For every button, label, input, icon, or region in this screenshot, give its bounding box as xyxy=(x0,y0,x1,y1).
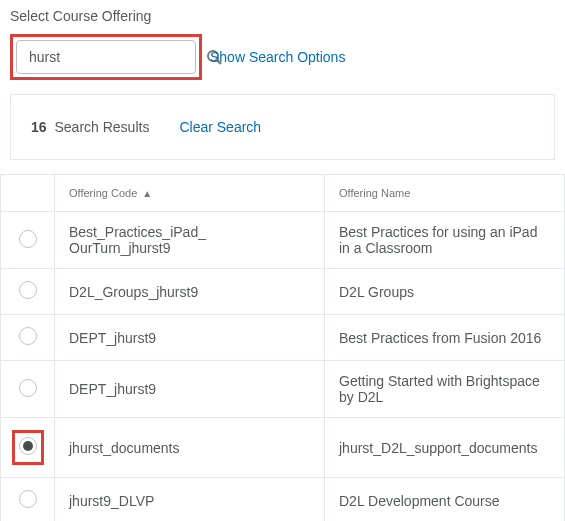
results-table: Offering Code ▲ Offering Name Best_Pract… xyxy=(0,174,565,521)
row-select-cell xyxy=(1,269,55,315)
row-offering-name: Best Practices for using an iPad in a Cl… xyxy=(325,212,565,269)
row-offering-code: DEPT_jhurst9 xyxy=(55,315,325,361)
row-offering-code: DEPT_jhurst9 xyxy=(55,361,325,418)
column-code-label: Offering Code xyxy=(69,187,137,199)
results-label: Search Results xyxy=(54,119,149,135)
search-row: Show Search Options xyxy=(0,34,565,94)
radio-wrap xyxy=(19,490,37,511)
row-radio[interactable] xyxy=(19,281,37,299)
row-radio[interactable] xyxy=(19,379,37,397)
row-select-cell xyxy=(1,315,55,361)
page-title: Select Course Offering xyxy=(0,0,565,34)
table-row: D2L_Groups_jhurst9D2L Groups xyxy=(1,269,565,315)
row-select-cell xyxy=(1,361,55,418)
row-radio[interactable] xyxy=(19,490,37,508)
table-row: Best_Practices_iPad_ OurTurn_jhurst9Best… xyxy=(1,212,565,269)
row-offering-name: D2L Development Course xyxy=(325,478,565,522)
row-offering-name: Getting Started with Brightspace by D2L xyxy=(325,361,565,418)
radio-wrap xyxy=(19,230,37,251)
row-offering-name: D2L Groups xyxy=(325,269,565,315)
row-radio[interactable] xyxy=(19,327,37,345)
search-highlight xyxy=(10,34,202,80)
radio-wrap xyxy=(19,281,37,302)
results-count-text: 16 Search Results xyxy=(31,119,149,135)
row-offering-code: D2L_Groups_jhurst9 xyxy=(55,269,325,315)
table-row: DEPT_jhurst9Best Practices from Fusion 2… xyxy=(1,315,565,361)
row-offering-code: jhurst9_DLVP xyxy=(55,478,325,522)
table-row: jhurst_documentsjhurst_D2L_support_docum… xyxy=(1,418,565,478)
search-box[interactable] xyxy=(16,40,196,74)
row-offering-code: jhurst_documents xyxy=(55,418,325,478)
row-offering-name: jhurst_D2L_support_documents xyxy=(325,418,565,478)
row-offering-code: Best_Practices_iPad_ OurTurn_jhurst9 xyxy=(55,212,325,269)
results-count: 16 xyxy=(31,119,47,135)
column-select xyxy=(1,175,55,212)
row-select-cell xyxy=(1,418,55,478)
clear-search-link[interactable]: Clear Search xyxy=(179,119,261,135)
sort-asc-icon: ▲ xyxy=(142,188,152,199)
table-row: jhurst9_DLVPD2L Development Course xyxy=(1,478,565,522)
row-select-cell xyxy=(1,212,55,269)
radio-wrap xyxy=(19,327,37,348)
row-select-cell xyxy=(1,478,55,522)
results-bar: 16 Search Results Clear Search xyxy=(10,94,555,160)
column-name[interactable]: Offering Name xyxy=(325,175,565,212)
search-input[interactable] xyxy=(27,48,206,66)
show-search-options-link[interactable]: Show Search Options xyxy=(210,49,345,65)
row-radio[interactable] xyxy=(19,230,37,248)
row-offering-name: Best Practices from Fusion 2016 xyxy=(325,315,565,361)
radio-highlight xyxy=(12,430,44,465)
radio-wrap xyxy=(19,379,37,400)
table-row: DEPT_jhurst9Getting Started with Brights… xyxy=(1,361,565,418)
row-radio[interactable] xyxy=(19,437,37,455)
column-code[interactable]: Offering Code ▲ xyxy=(55,175,325,212)
